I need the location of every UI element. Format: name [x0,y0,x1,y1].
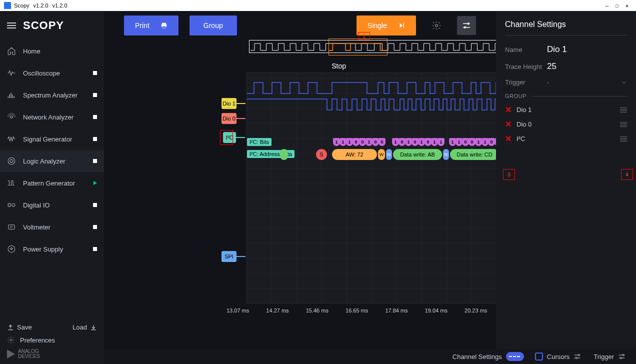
status-indicator [93,247,97,251]
sidebar-item-power[interactable]: Power Supply [0,238,104,260]
upload-icon [7,324,14,331]
patgen-icon [7,178,16,188]
decode-n: N [386,149,392,160]
axis-tick: 17.84 ms [385,308,408,318]
sliders-icon [462,21,471,30]
bit-bubble: 0 [359,138,366,146]
sidebar-item-voltmeter[interactable]: Voltmeter [0,216,104,238]
sidebar-item-home[interactable]: Home [0,40,104,62]
sliders-button[interactable] [457,16,476,35]
cursors-toggle[interactable]: Cursors [535,352,583,360]
spectrum-icon [7,90,16,100]
single-label: Single [368,22,387,30]
svg-point-14 [578,354,580,356]
remove-icon[interactable]: ✕ [505,105,512,114]
trigger-dropdown[interactable]: Trigger - [505,78,627,86]
voltmeter-icon [7,222,16,232]
group-button[interactable]: Group [190,16,237,36]
channel-settings-toggle[interactable]: Channel Settings [452,352,524,361]
trigger-label: Trigger [594,353,614,360]
sidebar-item-logic[interactable]: Logic Analyzer [0,150,104,172]
status-indicator [93,203,97,207]
hamburger-menu[interactable] [7,22,16,28]
decode-pill [280,149,288,160]
nav: Home Oscilloscope Spectrum Analyzer Netw… [0,40,104,318]
window-maximize[interactable]: ☐ [612,2,622,9]
trace-height-value[interactable]: 25 [547,62,556,72]
bit-bubble: 1 [431,138,438,146]
sidebar-item-label: Network Analyzer [23,114,86,121]
sidebar-item-spectrum[interactable]: Spectrum Analyzer [0,84,104,106]
bit-bubble: 1 [475,138,482,146]
svg-point-16 [622,354,624,356]
save-button[interactable]: Save [7,324,32,331]
svg-point-17 [620,358,622,359]
bottom-bar: Channel Settings Cursors Trigger [104,349,636,364]
channel-settings-panel: Channel Settings Name Dio 1 Trace Height… [496,11,636,364]
group-item-i2c[interactable]: ✕ I²C [505,134,627,144]
channel-label-spi[interactable]: SPI [222,251,236,262]
channel-wire [236,256,246,257]
checkbox-icon [535,352,543,360]
bit-bubble: 0 [488,138,495,146]
status-indicator-running [94,181,97,185]
decode-w: W [378,149,385,160]
annotation-4: 4 [621,169,633,180]
sidebar-item-digitalio[interactable]: Digital IO [0,194,104,216]
remove-icon[interactable]: ✕ [505,120,512,129]
print-label: Print [135,22,150,30]
bit-bubble: 1 [340,138,346,146]
bit-bubble: 1 [405,138,412,146]
sidebar-item-label: Signal Generator [23,136,86,143]
network-icon [7,112,16,122]
overview-selection[interactable] [328,38,388,56]
remove-icon[interactable]: ✕ [505,134,512,144]
step-icon [398,22,405,29]
svg-rect-5 [8,225,14,230]
group-item-dio1[interactable]: ✕ Dio 1 [505,105,627,114]
decode-addr-row [280,149,288,160]
load-button[interactable]: Load [72,324,97,331]
bit-bubble: 0 [398,138,406,146]
sidebar-item-patgen[interactable]: Pattern Generator [0,172,104,194]
sidebar-item-network[interactable]: Network Analyzer [0,106,104,128]
sidebar-item-siggen[interactable]: Signal Generator [0,128,104,150]
drag-handle-icon[interactable] [620,136,627,142]
sliders-icon [618,353,627,360]
svg-point-7 [10,339,12,341]
channel-label-dio1[interactable]: Dio 1 [222,98,236,109]
sidebar-item-oscilloscope[interactable]: Oscilloscope [0,62,104,84]
preferences-button[interactable]: Preferences [7,336,97,344]
window-minimize[interactable]: — [602,2,612,9]
decode-aw: AW: 72 [332,149,377,160]
bit-bubble: 1 [333,138,340,146]
group-item-dio0[interactable]: ✕ Dio 0 [505,120,627,129]
siggen-icon [7,134,16,144]
window-close[interactable]: ✕ [622,2,632,9]
drag-handle-icon[interactable] [620,108,627,112]
trace-height-label: Trace Height [505,63,547,70]
gear-button[interactable] [427,16,446,35]
status-indicator [93,159,97,163]
name-value[interactable]: Dio 1 [547,44,567,54]
app-icon [4,2,11,9]
print-button[interactable]: Print [124,16,178,36]
channel-label-dio0[interactable]: Dio 0 [222,113,236,124]
bit-bubble: 1 [346,138,353,146]
channel-wire [236,103,246,104]
bit-bubble: 0 [352,138,360,146]
trigger-label: Trigger [505,78,547,86]
channel-settings-label: Channel Settings [452,353,502,360]
adi-logo: ANALOGDEVICES [7,349,97,359]
panel-title: Channel Settings [505,20,627,29]
digitalio-icon [7,200,16,210]
bit-bubble: 0 [412,138,418,146]
sidebar-item-label: Voltmeter [23,224,86,231]
home-icon [7,46,16,56]
plot-area[interactable]: 1 Stop Dio 1 Dio 0 I²C 2 SPI I²C: Bits I… [104,40,496,364]
window-titlebar: Scopy v1.2.0 v1.2.0 — ☐ ✕ [0,0,636,11]
trigger-toggle[interactable]: Trigger [594,353,627,360]
bit-bubble: 1 [456,138,462,146]
svg-point-11 [436,24,438,27]
drag-handle-icon[interactable] [620,122,627,127]
